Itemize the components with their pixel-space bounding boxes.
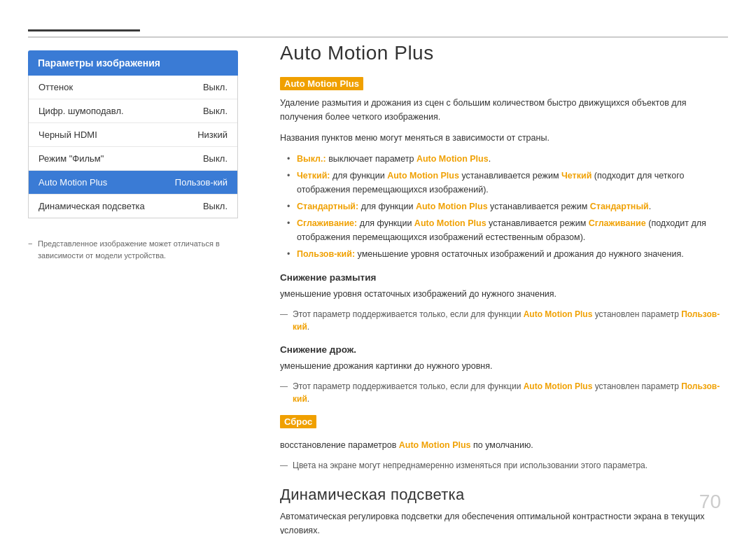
custom-link: Пользов-кий bbox=[293, 381, 720, 404]
shake-reduction-note: Этот параметр поддерживается только, есл… bbox=[280, 380, 728, 405]
bullet-bold: Выкл.: bbox=[297, 154, 326, 164]
sidebar-item-label: Динамическая подсветка bbox=[38, 201, 145, 211]
amp-mode-link: Стандартный bbox=[590, 202, 649, 211]
blur-reduction-note: Этот параметр поддерживается только, есл… bbox=[280, 308, 728, 333]
main-content: Auto Motion Plus Auto Motion Plus Удален… bbox=[280, 42, 728, 534]
section-shake-reduction: Снижение дрож. уменьшение дрожания карти… bbox=[280, 344, 728, 405]
sidebar: Параметры изображения Оттенок Выкл. Цифр… bbox=[28, 50, 238, 261]
amp-link: Auto Motion Plus bbox=[416, 202, 488, 211]
bullet-item-smooth: Сглаживание: для функции Auto Motion Plu… bbox=[287, 216, 728, 244]
sidebar-item-label: Режим "Фильм" bbox=[38, 153, 104, 164]
amp-link: Auto Motion Plus bbox=[416, 154, 489, 164]
section-dynamic-backlight: Динамическая подсветка Автоматическая ре… bbox=[280, 486, 728, 534]
bullet-item-off: Выкл.: выключает параметр Auto Motion Pl… bbox=[287, 152, 728, 166]
sidebar-item-hdmi[interactable]: Черный HDMI Низкий bbox=[29, 123, 237, 147]
bullet-item-standard: Стандартный: для функции Auto Motion Plu… bbox=[287, 199, 728, 213]
dynamic-backlight-desc: Автоматическая регулировка подсветки для… bbox=[280, 510, 728, 534]
section-reset: Сброс восстановление параметров Auto Mot… bbox=[280, 415, 728, 472]
amp-link: Auto Motion Plus bbox=[414, 218, 486, 228]
custom-link: Пользов-кий bbox=[293, 309, 720, 332]
sidebar-item-ottенок[interactable]: Оттенок Выкл. bbox=[29, 76, 237, 99]
sidebar-item-value: Низкий bbox=[197, 129, 227, 140]
bullet-item-clear: Четкий: для функции Auto Motion Plus уст… bbox=[287, 169, 728, 197]
sidebar-item-film[interactable]: Режим "Фильм" Выкл. bbox=[29, 147, 237, 171]
sidebar-item-value: Выкл. bbox=[203, 153, 227, 164]
blur-reduction-desc: уменьшение уровня остаточных изображений… bbox=[280, 287, 728, 301]
amp-mode-link: Сглаживание bbox=[589, 218, 646, 228]
sidebar-item-label: Auto Motion Plus bbox=[38, 177, 107, 188]
bullet-bold: Стандартный: bbox=[297, 202, 358, 211]
sidebar-item-value: Выкл. bbox=[203, 82, 227, 92]
section-heading-reset: Сброс bbox=[280, 415, 316, 428]
section-desc2: Названия пунктов меню могут меняться в з… bbox=[280, 131, 728, 145]
amp-link: Auto Motion Plus bbox=[399, 440, 471, 450]
section-desc1: Удаление размытия и дрожания из сцен с б… bbox=[280, 96, 728, 124]
bullet-bold: Сглаживание: bbox=[297, 218, 357, 228]
reset-note: Цвета на экране могут непреднамеренно из… bbox=[280, 459, 728, 472]
page-title: Auto Motion Plus bbox=[280, 42, 728, 64]
sidebar-item-auto-motion[interactable]: Auto Motion Plus Пользов-кий bbox=[29, 171, 237, 195]
amp-link: Auto Motion Plus bbox=[524, 309, 593, 319]
sidebar-item-label: Черный HDMI bbox=[38, 129, 97, 140]
sidebar-item-value: Пользов-кий bbox=[175, 177, 227, 188]
shake-reduction-desc: уменьшение дрожания картинки до нужного … bbox=[280, 359, 728, 373]
section-blur-reduction: Снижение размытия уменьшение уровня оста… bbox=[280, 272, 728, 333]
bullet-bold: Пользов-кий: bbox=[297, 249, 355, 259]
bullet-list: Выкл.: выключает параметр Auto Motion Pl… bbox=[287, 152, 728, 261]
section-auto-motion: Auto Motion Plus Удаление размытия и дро… bbox=[280, 77, 728, 261]
amp-link: Auto Motion Plus bbox=[387, 171, 459, 181]
sidebar-item-dynamic[interactable]: Динамическая подсветка Выкл. bbox=[29, 195, 237, 218]
sidebar-menu: Оттенок Выкл. Цифр. шумоподавл. Выкл. Че… bbox=[28, 76, 238, 218]
blur-reduction-title: Снижение размытия bbox=[280, 272, 728, 283]
bullet-item-custom: Пользов-кий: уменьшение уровня остаточны… bbox=[287, 247, 728, 261]
top-accent-line bbox=[28, 29, 140, 31]
sidebar-item-value: Выкл. bbox=[203, 106, 227, 116]
sidebar-item-label: Оттенок bbox=[38, 82, 73, 92]
amp-mode-link: Четкий bbox=[561, 171, 592, 181]
shake-reduction-title: Снижение дрож. bbox=[280, 344, 728, 355]
sidebar-item-noise[interactable]: Цифр. шумоподавл. Выкл. bbox=[29, 99, 237, 123]
section-heading-auto-motion: Auto Motion Plus bbox=[280, 77, 363, 90]
sidebar-footnote: Представленное изображение может отличат… bbox=[28, 238, 238, 261]
bullet-bold: Четкий: bbox=[297, 171, 330, 181]
dynamic-backlight-title: Динамическая подсветка bbox=[280, 486, 728, 504]
page-number: 70 bbox=[699, 491, 721, 513]
top-divider bbox=[28, 36, 728, 38]
sidebar-item-value: Выкл. bbox=[203, 201, 227, 211]
reset-desc: восстановление параметров Auto Motion Pl… bbox=[280, 438, 728, 452]
sidebar-title: Параметры изображения bbox=[28, 50, 238, 76]
sidebar-item-label: Цифр. шумоподавл. bbox=[38, 106, 124, 116]
amp-link: Auto Motion Plus bbox=[524, 381, 593, 391]
